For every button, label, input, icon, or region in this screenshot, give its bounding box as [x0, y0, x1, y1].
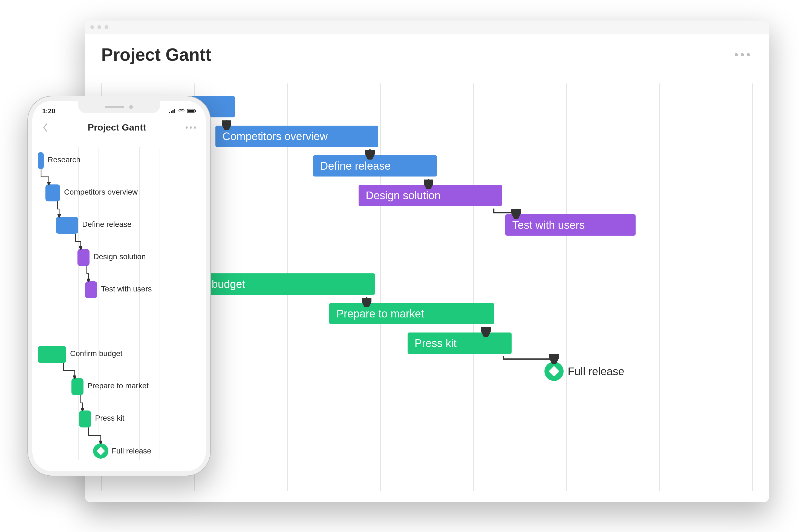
wifi-icon	[178, 109, 185, 113]
phone-screen: 1:20 Project Gantt	[32, 101, 206, 471]
svg-rect-3	[174, 109, 175, 113]
status-time: 1:20	[42, 107, 55, 115]
page-title: Project Gantt	[101, 44, 211, 65]
svg-rect-2	[172, 110, 174, 113]
phone-more-button[interactable]	[184, 125, 197, 130]
window-dot-red-icon[interactable]	[90, 25, 94, 29]
svg-rect-0	[169, 112, 170, 113]
more-menu-button[interactable]	[732, 50, 753, 59]
back-button[interactable]	[40, 123, 50, 132]
desktop-header: Project Gantt	[85, 34, 769, 70]
notch-speaker-icon	[105, 106, 124, 108]
svg-rect-5	[188, 110, 194, 113]
gantt-dependency-arrows-mobile	[38, 147, 201, 460]
gantt-chart-mobile[interactable]: ResearchCompetitors overviewDefine relea…	[38, 147, 201, 460]
window-dot-green-icon[interactable]	[104, 25, 108, 29]
phone-title: Project Gantt	[88, 122, 146, 133]
phone-device: 1:20 Project Gantt	[27, 96, 211, 476]
window-titlebar	[85, 20, 769, 34]
phone-header: Project Gantt	[32, 117, 206, 139]
stage: Project Gantt ResearchCompetitors overvi…	[0, 0, 799, 532]
battery-icon	[187, 109, 196, 113]
phone-notch	[78, 101, 160, 113]
cellular-signal-icon	[169, 109, 176, 113]
notch-camera-icon	[129, 105, 133, 109]
svg-rect-1	[171, 111, 172, 113]
window-dot-yellow-icon[interactable]	[97, 25, 101, 29]
svg-rect-6	[195, 110, 196, 112]
